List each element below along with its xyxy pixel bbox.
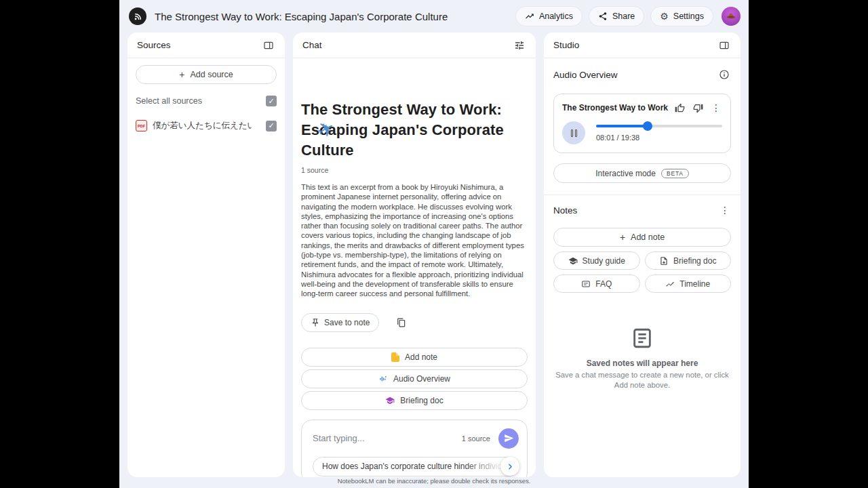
add-source-button[interactable]: + Add source (136, 65, 277, 84)
audio-player-controls: 08:01 / 19:38 (562, 121, 722, 144)
chat-input-row: 1 source (313, 428, 519, 449)
faq-button[interactable]: FAQ (553, 274, 640, 293)
info-icon (719, 69, 730, 80)
send-icon (504, 433, 514, 443)
disclaimer-bar: NotebookLM can be inaccurate; please dou… (119, 477, 749, 488)
notes-section-title: Notes (553, 205, 577, 216)
audio-menu-button[interactable]: ⋮ (710, 101, 722, 115)
audio-overview-section-title: Audio Overview (553, 70, 618, 80)
header-actions: Analytics Share ⚙ Settings (515, 6, 741, 26)
copy-button[interactable] (397, 318, 406, 327)
notes-section-header: Notes ⋮ (553, 203, 731, 217)
audio-track-title: The Strongest Way to Work: ... (562, 103, 668, 113)
studio-add-note-label: Add note (631, 232, 665, 242)
suggested-question-chip[interactable]: How does Japan's corporate culture hinde… (313, 457, 519, 476)
notes-menu-button[interactable]: ⋮ (719, 203, 731, 217)
note-icon (391, 352, 399, 362)
document-add-icon (659, 256, 669, 266)
audio-overview-section-header: Audio Overview (553, 68, 731, 81)
studio-panel-header: Studio (544, 33, 741, 58)
source-title: 僕が若い人たちに伝えたい 203... (153, 120, 253, 131)
audio-overview-info-button[interactable] (717, 68, 731, 81)
main-area: Sources + Add source Select all sources … (119, 33, 749, 477)
audio-progress-slider[interactable] (596, 125, 722, 127)
chat-quick-actions: Add note Audio Overview Briefing doc (301, 348, 528, 410)
summary-actions-row: Save to note (301, 313, 528, 332)
interactive-mode-button[interactable]: Interactive mode BETA (553, 163, 731, 183)
studio-panel: Studio Audio Overview The Stronge (544, 33, 741, 477)
screen: The Strongest Way to Work: Escaping Japa… (0, 0, 868, 488)
pdf-icon: PDF (136, 120, 147, 131)
thumbs-up-icon (675, 103, 685, 113)
notes-tools-grid: Study guide Briefing doc FAQ Timeli (553, 251, 731, 293)
share-button[interactable]: Share (589, 6, 644, 26)
audio-player-title-row: The Strongest Way to Work: ... ⋮ (562, 101, 722, 115)
study-guide-label: Study guide (583, 256, 625, 266)
thumbs-down-button[interactable] (692, 102, 705, 115)
studio-panel-title: Studio (553, 40, 579, 50)
select-all-sources-row: Select all sources ✓ (136, 96, 277, 106)
graduation-cap-icon (568, 256, 578, 266)
notebook-title: The Strongest Way to Work: Escaping Japa… (155, 11, 448, 22)
select-all-checkbox[interactable]: ✓ (266, 96, 277, 106)
sources-panel-body: + Add source Select all sources ✓ PDF 僕が… (127, 58, 285, 138)
audio-progress-fill (596, 125, 648, 127)
settings-label: Settings (673, 12, 704, 21)
save-to-note-label: Save to note (324, 318, 370, 327)
faq-label: FAQ (595, 279, 612, 289)
thumbs-up-button[interactable] (673, 102, 686, 115)
next-suggestion-button[interactable] (500, 457, 519, 476)
notes-empty-body: Save a chat message to create a new note… (555, 370, 730, 390)
tune-icon (514, 40, 525, 51)
suggested-question-row: How does Japan's corporate culture hinde… (313, 457, 519, 476)
notes-empty-state: Saved notes will appear here Save a chat… (553, 327, 731, 390)
source-checkbox[interactable]: ✓ (266, 121, 277, 131)
notebooklm-logo-icon[interactable] (129, 7, 146, 25)
app-header: The Strongest Way to Work: Escaping Japa… (119, 0, 749, 33)
three-dots-icon: ⋮ (720, 205, 730, 216)
send-button[interactable] (498, 428, 519, 449)
studio-add-note-button[interactable]: + Add note (553, 228, 731, 247)
audio-overview-label: Audio Overview (393, 374, 450, 384)
briefing-doc-tool-label: Briefing doc (673, 256, 716, 266)
save-to-note-button[interactable]: Save to note (301, 313, 379, 332)
chat-panel-body: ✈ The Strongest Way to Work: Escaping Ja… (293, 58, 536, 477)
source-count-label: 1 source (301, 166, 528, 174)
gear-icon: ⚙ (660, 12, 669, 21)
chat-settings-button[interactable] (513, 39, 526, 52)
analytics-label: Analytics (539, 12, 573, 21)
add-note-button[interactable]: Add note (301, 348, 528, 367)
copy-icon (397, 318, 406, 327)
briefing-doc-button[interactable]: Briefing doc (301, 391, 528, 410)
timeline-button[interactable]: Timeline (645, 274, 732, 293)
avatar[interactable] (722, 7, 741, 26)
chat-panel-title: Chat (302, 40, 322, 50)
chat-text-input[interactable] (313, 433, 454, 443)
audio-overview-button[interactable]: Audio Overview (301, 369, 528, 388)
source-list-item[interactable]: PDF 僕が若い人たちに伝えたい 203... ✓ (136, 120, 277, 131)
hat-icon (724, 9, 738, 23)
select-all-label: Select all sources (136, 96, 202, 106)
audio-progress-thumb[interactable] (643, 121, 652, 131)
check-icon: ✓ (268, 121, 274, 130)
sidebar-layout-icon (719, 40, 730, 51)
audio-time-display: 08:01 / 19:38 (596, 134, 722, 142)
analytics-button[interactable]: Analytics (515, 6, 583, 26)
collapse-studio-panel-button[interactable] (717, 39, 731, 52)
timeline-label: Timeline (679, 279, 710, 289)
briefing-doc-label: Briefing doc (400, 396, 443, 405)
add-note-label: Add note (405, 352, 437, 362)
input-source-count: 1 source (462, 434, 490, 443)
briefing-doc-tool-button[interactable]: Briefing doc (645, 251, 732, 270)
plus-icon: + (179, 70, 184, 79)
settings-button[interactable]: ⚙ Settings (650, 6, 713, 26)
sidebar-layout-icon (263, 40, 274, 51)
plus-icon: + (620, 232, 625, 242)
pause-icon (571, 129, 573, 137)
pause-button[interactable] (562, 121, 585, 144)
timeline-icon (665, 279, 675, 289)
notes-empty-icon (631, 327, 654, 350)
collapse-sources-panel-button[interactable] (262, 39, 275, 52)
study-guide-button[interactable]: Study guide (553, 251, 640, 270)
share-label: Share (612, 12, 635, 21)
